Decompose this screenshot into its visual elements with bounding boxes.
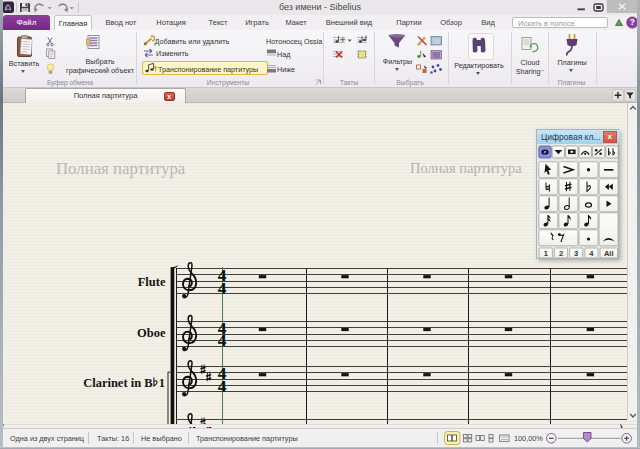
svg-text:1: 1 bbox=[544, 249, 548, 258]
svg-text:2: 2 bbox=[559, 249, 563, 258]
svg-text:Oboe: Oboe bbox=[137, 326, 166, 340]
svg-text:?: ? bbox=[630, 17, 635, 27]
svg-text:+: + bbox=[340, 35, 345, 45]
svg-text:Flute: Flute bbox=[138, 275, 166, 289]
svg-text:1: 1 bbox=[159, 376, 165, 390]
svg-text:All: All bbox=[604, 249, 614, 258]
svg-text:3: 3 bbox=[574, 249, 578, 258]
svg-text:Clarinet in B: Clarinet in B bbox=[83, 376, 152, 390]
